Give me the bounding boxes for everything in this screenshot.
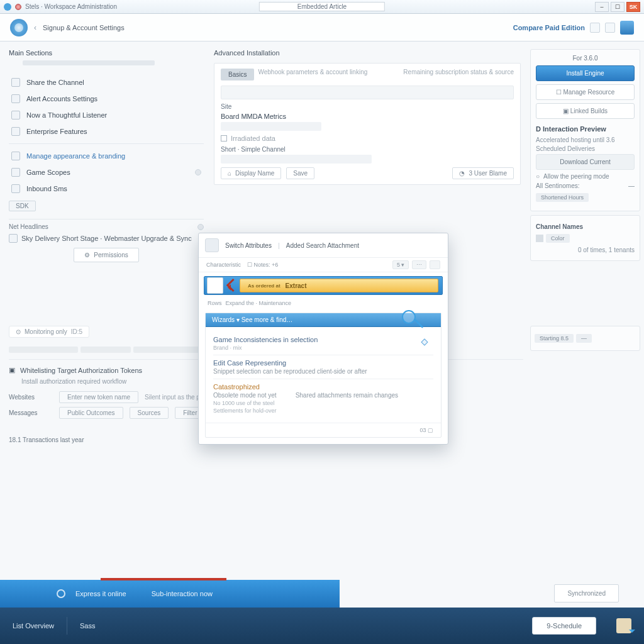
titlebar-center-pill[interactable]: Embedded Article xyxy=(259,2,385,11)
websites-input[interactable]: Enter new token name xyxy=(59,391,138,403)
result-2-title[interactable]: Edit Case Representing xyxy=(213,359,433,367)
primary-input[interactable] xyxy=(221,86,514,99)
sidebar-item-label: Alert Accounts Settings xyxy=(26,95,97,103)
building-icon xyxy=(11,127,20,136)
close-button[interactable]: SK xyxy=(626,2,640,12)
field-board-label: Board MMDA Metrics xyxy=(221,113,514,120)
tenant-count: 0 of times, 1 tenants xyxy=(536,247,635,253)
sidebar-item-listener[interactable]: Now a Thoughtful Listener xyxy=(9,107,204,123)
tab-right-note: Remaining subscription status & source xyxy=(403,69,514,80)
circle-icon xyxy=(57,589,65,598)
bottom-mid-link[interactable]: Sass xyxy=(80,622,95,630)
wizards-tab[interactable]: Wizards ▾ See more & find… xyxy=(206,313,441,327)
peering-toggle[interactable]: ○Allow the peering mode xyxy=(536,173,635,180)
actionbar-text-2[interactable]: Sub-interaction now xyxy=(152,590,213,597)
compare-link[interactable]: Compare Paid Edition xyxy=(513,24,585,31)
bottom-avatar[interactable] xyxy=(616,618,631,633)
preview-title: D Interaction Preview xyxy=(536,125,635,133)
sidebar-item-scopes[interactable]: Game Scopes xyxy=(9,164,204,180)
dialog-title-2: Added Search Attachment xyxy=(286,242,359,249)
app-icon xyxy=(4,3,11,11)
download-button[interactable]: Download Current xyxy=(536,154,635,170)
eye-icon: ⊙ xyxy=(16,328,21,335)
accent-strip xyxy=(101,578,226,580)
result-3-text-a: Obsolete mode not yet xyxy=(213,392,277,399)
sidebar-item-enterprise[interactable]: Enterprise Features xyxy=(9,123,204,140)
tool-label: Characteristic xyxy=(206,262,241,268)
install-engine-button[interactable]: Install Engine xyxy=(536,65,635,81)
scope-icon xyxy=(11,168,20,177)
result-1-sub: Brand · mix xyxy=(213,345,433,351)
websites-label: Websites xyxy=(9,394,53,401)
right-sidebar: For 3.6.0 Install Engine ☐ Manage Resour… xyxy=(530,49,640,265)
manage-resource-button[interactable]: ☐ Manage Resource xyxy=(536,84,635,100)
messages-pill-outcomes[interactable]: Public Outcomes xyxy=(59,407,123,419)
sidebar-item-label: Now a Thoughtful Listener xyxy=(26,111,107,119)
result-2-text: Snippet selection can be reproduced clie… xyxy=(213,368,433,375)
divider xyxy=(67,617,67,635)
result-3-note: Shared attachments remain changes xyxy=(296,392,433,414)
ear-icon xyxy=(11,111,20,119)
tag-icon: ⌂ xyxy=(228,170,231,177)
checkbox-icon xyxy=(221,135,227,142)
messages-pill-sources[interactable]: Sources xyxy=(130,407,169,419)
sentinomes-row: All Sentinomes:— xyxy=(536,182,635,189)
field-board-value[interactable] xyxy=(221,122,321,131)
users-pill[interactable]: ◔3 User Blame xyxy=(452,167,514,179)
display-name-button[interactable]: ⌂Display Name xyxy=(221,167,281,179)
hours-pill[interactable]: Shortened Hours xyxy=(536,193,589,202)
preview-line: Accelerated hosting until 3.6 xyxy=(536,136,635,143)
brand-logo-icon[interactable] xyxy=(10,19,28,36)
caption-expand: Expand the · Maintenance xyxy=(226,300,292,306)
sidebar-item-alerts[interactable]: Alert Accounts Settings xyxy=(9,91,204,107)
pin-icon[interactable] xyxy=(15,4,21,10)
bottom-left-link[interactable]: List Overview xyxy=(13,622,54,630)
tab-basics-sub: Webhook parameters & account linking xyxy=(258,69,367,80)
sidebar-item-branding[interactable]: Manage appearance & branding xyxy=(9,148,204,164)
minimize-button[interactable]: – xyxy=(595,2,609,12)
color-pill[interactable]: Color xyxy=(546,234,570,243)
red-arrow-icon xyxy=(226,279,238,292)
result-3-title[interactable]: Catastrophized xyxy=(213,383,433,391)
tool-count-select[interactable]: 5 ▾ xyxy=(392,260,409,269)
extract-label: Extract xyxy=(286,282,307,289)
field-site-label: Site xyxy=(221,103,514,110)
tool-more-button[interactable]: ⋯ xyxy=(412,260,426,269)
starting-pill[interactable]: Starting 8.5 xyxy=(535,334,574,343)
file-icon xyxy=(207,277,223,294)
synchronized-button[interactable]: Synchronized xyxy=(554,584,619,602)
sidebar-item-label: Inbound Sms xyxy=(26,185,67,192)
tab-basics[interactable]: Basics xyxy=(221,69,254,80)
version-label: For 3.6.0 xyxy=(536,55,635,62)
tool-blank-button[interactable] xyxy=(430,260,440,269)
actionbar-text-1[interactable]: Express it online xyxy=(75,590,126,597)
schedule-button[interactable]: 9-Schedule xyxy=(532,617,596,635)
avatar[interactable] xyxy=(620,21,634,35)
messages-label: Messages xyxy=(9,409,53,416)
doc-icon xyxy=(9,234,18,243)
tool-notes[interactable]: ☐ Notes: +6 xyxy=(247,262,278,268)
sidebar-progress xyxy=(23,60,155,65)
save-button[interactable]: Save xyxy=(286,167,314,179)
dash-pill[interactable]: — xyxy=(576,334,592,343)
sdk-tag[interactable]: SDK xyxy=(9,201,36,211)
permissions-button[interactable]: ⚙Permissions xyxy=(74,248,138,262)
share-icon xyxy=(11,78,20,87)
dialog-title-1: Switch Attributes xyxy=(225,242,272,249)
linked-builds-button[interactable]: ▣ Linked Builds xyxy=(536,103,635,119)
result-3-text-b: No 1000 use of the steel xyxy=(213,400,277,406)
back-chevron-icon[interactable]: ‹ xyxy=(34,23,36,32)
sidebar-item-share[interactable]: Share the Channel xyxy=(9,74,204,91)
section-title: Advanced Installation xyxy=(214,49,521,57)
maximize-button[interactable]: ☐ xyxy=(611,2,625,12)
field-short-value[interactable] xyxy=(221,155,372,164)
header-badge[interactable] xyxy=(590,23,600,33)
result-1-title[interactable]: Game Inconsistencies in selection xyxy=(213,336,433,343)
header-util-icon[interactable] xyxy=(605,23,615,33)
checkbox-irradiated[interactable]: Irradiated data xyxy=(221,135,514,142)
monitoring-chip[interactable]: ⊙Monitoring only ID:5 xyxy=(9,326,89,338)
dot-icon xyxy=(197,224,204,230)
action-bar: Express it online Sub-interaction now xyxy=(0,580,340,608)
sidebar-item-sms[interactable]: Inbound Sms xyxy=(9,180,204,197)
selected-extract-row[interactable]: As ordered atExtract xyxy=(204,276,443,295)
